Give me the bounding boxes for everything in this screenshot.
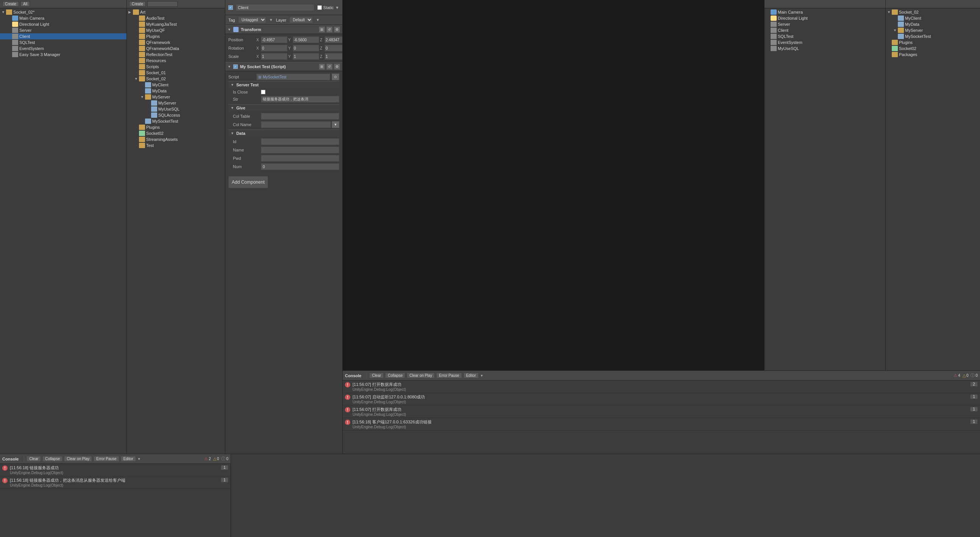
- component-btn2[interactable]: ↺: [326, 27, 332, 33]
- hierarchy-item-socket02[interactable]: ▼ Socket_02*: [0, 9, 126, 15]
- server-test-section[interactable]: ▼ Server Test: [228, 81, 339, 88]
- asset-item-socket02[interactable]: ▼ Socket_02: [127, 76, 225, 82]
- asset-item-resources[interactable]: Resources: [127, 57, 225, 64]
- asset-item-myusesql[interactable]: MyUseSQL: [127, 106, 225, 112]
- r-asset-myclient[interactable]: MyClient: [886, 15, 980, 21]
- right-collapse-btn[interactable]: Collapse: [385, 373, 405, 378]
- r-hier-server[interactable]: Server: [765, 21, 885, 27]
- left-collapse-btn[interactable]: Collapse: [42, 456, 62, 462]
- pos-y-input[interactable]: [293, 37, 319, 43]
- asset-item-myserver-folder[interactable]: ▼ MyServer: [127, 94, 225, 100]
- log-entry[interactable]: ! [11:56:07] 打开数据库成功 UnityEngine.Debug:L…: [343, 381, 980, 393]
- hierarchy-create-btn[interactable]: Create: [2, 1, 19, 7]
- scale-x-input[interactable]: [261, 53, 287, 60]
- hierarchy-item-sqltest[interactable]: SQLTest: [0, 39, 126, 45]
- asset-item-sqlaccess[interactable]: SQLAccess: [127, 112, 225, 118]
- asset-item-myuseqf[interactable]: MyUseQF: [127, 27, 225, 33]
- add-component-button[interactable]: Add Component: [228, 176, 268, 188]
- col-table-input[interactable]: [261, 113, 339, 120]
- r-asset-socket02-prefab[interactable]: Socket02: [886, 45, 980, 51]
- hierarchy-all-btn[interactable]: All: [21, 1, 30, 7]
- hierarchy-item-client[interactable]: Client: [0, 33, 126, 39]
- r-asset-mysockettest[interactable]: MySocketTest: [886, 33, 980, 39]
- asset-item-mykuangjiatest[interactable]: MyKuangJiaTest: [127, 21, 225, 27]
- id-input[interactable]: [261, 138, 339, 145]
- log-entry[interactable]: ! [11:56:18] 链接服务器成功 UnityEngine.Debug:L…: [0, 464, 231, 476]
- left-error-pause-btn[interactable]: Error Pause: [94, 456, 119, 462]
- asset-item-socket01[interactable]: Socket_01: [127, 70, 225, 76]
- script-ref-field[interactable]: ⊞ MySocketTest: [256, 73, 330, 80]
- r-hier-main-camera[interactable]: Main Camera: [765, 9, 885, 15]
- str-input[interactable]: [261, 96, 339, 103]
- asset-item-myserver-script[interactable]: MyServer: [127, 100, 225, 106]
- left-editor-btn[interactable]: Editor: [121, 456, 136, 462]
- col-name-btn[interactable]: ▼: [332, 121, 339, 128]
- asset-item-scripts[interactable]: Scripts: [127, 64, 225, 70]
- col-name-input[interactable]: [261, 121, 331, 128]
- asset-item-reflectiontest[interactable]: ReflectionTest: [127, 51, 225, 57]
- layer-select[interactable]: Default: [289, 17, 313, 23]
- hierarchy-item-main-camera[interactable]: Main Camera: [0, 15, 126, 21]
- hierarchy-item-server[interactable]: Server: [0, 27, 126, 33]
- data-section[interactable]: ▼ Data: [228, 129, 339, 137]
- scale-z-input[interactable]: [325, 53, 342, 60]
- rot-z-input[interactable]: [325, 45, 342, 51]
- asset-item-audiotest[interactable]: AudioTest: [127, 15, 225, 21]
- rot-x-input[interactable]: [261, 45, 287, 51]
- asset-item-qframework[interactable]: QFramework: [127, 39, 225, 45]
- component-btn3[interactable]: ⚙: [334, 64, 340, 70]
- log-entry[interactable]: ! [11:56:18] 链接服务器成功，把这条消息从服务器发送给客户端 Uni…: [0, 476, 231, 489]
- left-clear-btn[interactable]: Clear: [27, 456, 41, 462]
- script-pick-btn[interactable]: ⊙: [332, 73, 339, 80]
- asset-item-myclient[interactable]: MyClient: [127, 82, 225, 88]
- name-input[interactable]: [261, 147, 339, 153]
- asset-item-qframeworkdata[interactable]: QFrameworkData: [127, 45, 225, 51]
- asset-item-streamingassets[interactable]: StreamingAssets: [127, 136, 225, 142]
- script-component-header[interactable]: ▼ ✓ My Socket Test (Script) ⊞ ↺ ⚙: [225, 62, 342, 71]
- pos-z-input[interactable]: [325, 37, 342, 43]
- asset-item-test[interactable]: Test: [127, 142, 225, 148]
- right-clear-on-play-btn[interactable]: Clear on Play: [407, 373, 435, 378]
- r-asset-plugins[interactable]: Plugins: [886, 39, 980, 45]
- asset-item-art[interactable]: ▶ Art: [127, 9, 225, 15]
- r-hier-directional-light[interactable]: Directional Light: [765, 15, 885, 21]
- r-hier-client[interactable]: Client: [765, 27, 885, 33]
- asset-item-mydata[interactable]: MyData: [127, 88, 225, 94]
- r-hier-sqltest[interactable]: SQLTest: [765, 33, 885, 39]
- log-entry[interactable]: ! [11:56:07] 启动监听127.0.0.1:8080成功 UnityE…: [343, 393, 980, 406]
- active-checkbox[interactable]: ✓: [228, 5, 233, 10]
- asset-item-socket02-prefab[interactable]: Socket02: [127, 130, 225, 136]
- static-checkbox[interactable]: [317, 5, 322, 10]
- asset-search-input[interactable]: [147, 1, 178, 7]
- component-btn1[interactable]: ⊞: [319, 27, 325, 33]
- right-editor-btn[interactable]: Editor: [463, 373, 479, 378]
- hierarchy-item-eventsystem[interactable]: EventSystem: [0, 45, 126, 51]
- hierarchy-item-directional-light[interactable]: Directional Light: [0, 21, 126, 27]
- component-btn2[interactable]: ↺: [326, 64, 332, 70]
- right-error-pause-btn[interactable]: Error Pause: [436, 373, 461, 378]
- hierarchy-item-easysave[interactable]: Easy Save 3 Manager: [0, 51, 126, 57]
- asset-item-plugins2[interactable]: Plugins: [127, 124, 225, 130]
- r-asset-mydata[interactable]: MyData: [886, 21, 980, 27]
- give-section[interactable]: ▼ Give: [228, 104, 339, 112]
- r-asset-socket02[interactable]: ▼ Socket_02: [886, 9, 980, 15]
- log-entry[interactable]: ! [11:56:18] 客户端127.0.0.1:63326成功链接 Unit…: [343, 418, 980, 430]
- left-clear-on-play-btn[interactable]: Clear on Play: [64, 456, 92, 462]
- component-btn3[interactable]: ⚙: [334, 27, 340, 33]
- r-hier-myusesql[interactable]: MyUseSQL: [765, 45, 885, 51]
- pos-x-input[interactable]: [261, 37, 287, 43]
- asset-item-mysockettest[interactable]: MySocketTest: [127, 118, 225, 124]
- right-clear-btn[interactable]: Clear: [369, 373, 383, 378]
- r-asset-myserver[interactable]: ▼ MyServer: [886, 27, 980, 33]
- component-btn1[interactable]: ⊞: [319, 64, 325, 70]
- asset-item-plugins[interactable]: Plugins: [127, 33, 225, 39]
- rot-y-input[interactable]: [293, 45, 319, 51]
- object-name-input[interactable]: [236, 4, 314, 11]
- r-hier-eventsystem[interactable]: EventSystem: [765, 39, 885, 45]
- tag-select[interactable]: Untagged: [238, 17, 266, 23]
- asset-create-btn[interactable]: Create: [129, 1, 146, 7]
- is-close-checkbox[interactable]: [261, 90, 266, 94]
- transform-component-header[interactable]: ▼ Transform ⊞ ↺ ⚙: [225, 25, 342, 34]
- r-asset-packages[interactable]: Packages: [886, 51, 980, 57]
- component-active-checkbox[interactable]: ✓: [233, 64, 238, 69]
